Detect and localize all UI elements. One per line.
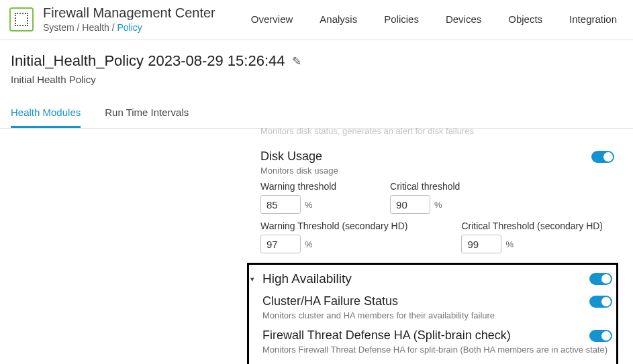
nav-devices[interactable]: Devices [446,13,481,25]
cluster-ha-desc: Monitors cluster and HA members for thei… [262,310,612,320]
disk-usage-toggle[interactable] [591,151,614,163]
splitbrain-title: Firewall Threat Defense HA (Split-brain … [262,328,511,343]
caret-down-icon: ▾ [250,275,258,284]
percent-unit: % [305,239,313,249]
crit2-threshold-input[interactable] [461,235,501,253]
splitbrain-toggle[interactable] [589,330,612,342]
warn-threshold-input[interactable] [260,195,301,214]
nav-overview[interactable]: Overview [251,13,293,25]
page-subtitle: Initial Health Policy [11,74,622,85]
warn2-threshold-input[interactable] [260,235,301,253]
tabs: Health Modules Run Time Intervals [0,89,633,129]
warn2-threshold-label: Warning Threshold (secondary HD) [260,221,407,231]
disk-usage-title: Disk Usage [260,149,322,164]
tab-run-time-intervals[interactable]: Run Time Intervals [105,107,189,128]
percent-unit: % [505,239,514,249]
module-disk-status-desc: Monitors disk status, generates an alert… [260,126,614,143]
breadcrumb-health[interactable]: Health [82,22,109,33]
percent-unit: % [434,200,442,210]
high-availability-title: High Availability [262,271,352,286]
splitbrain-desc: Monitors Firewall Threat Defense HA for … [262,345,612,355]
breadcrumb-system[interactable]: System [43,22,75,33]
content-pane: Monitors disk status, generates an alert… [0,126,633,364]
crit2-threshold-label: Critical Threshold (secondary HD) [461,221,603,231]
cluster-ha-title: Cluster/HA Failure Status [262,294,398,308]
high-availability-toggle[interactable] [589,273,612,285]
crit-threshold-input[interactable] [390,195,430,214]
high-availability-highlight: ▾ High Availability Cluster/HA Failure S… [247,263,618,364]
nav-policies[interactable]: Policies [384,13,419,25]
crit-threshold-label: Critical threshold [390,181,460,192]
module-disk-usage: Disk Usage Monitors disk usage Warning t… [260,143,614,263]
breadcrumb: System / Health / Policy [43,22,215,33]
tab-health-modules[interactable]: Health Modules [11,107,81,128]
cluster-ha-toggle[interactable] [589,296,612,308]
app-logo [9,7,34,32]
nav-analysis[interactable]: Analysis [320,13,357,25]
brand-title: Firewall Management Center [43,5,215,21]
module-cluster-ha-failure: Cluster/HA Failure Status Monitors clust… [262,292,612,326]
top-header: Firewall Management Center System / Heal… [0,0,633,40]
main-nav: Overview Analysis Policies Devices Objec… [251,13,617,25]
breadcrumb-policy[interactable]: Policy [117,22,142,33]
edit-icon[interactable]: ✎ [292,54,301,68]
title-area: Initial_Health_Policy 2023-08-29 15:26:4… [0,40,633,89]
nav-integration[interactable]: Integration [569,13,617,25]
module-splitbrain: Firewall Threat Defense HA (Split-brain … [262,326,612,360]
warn-threshold-label: Warning threshold [260,181,336,192]
percent-unit: % [305,200,313,210]
page-title: Initial_Health_Policy 2023-08-29 15:26:4… [11,52,285,70]
disk-usage-desc: Monitors disk usage [260,166,614,176]
nav-objects[interactable]: Objects [508,13,542,25]
section-high-availability[interactable]: ▾ High Availability [250,266,612,292]
